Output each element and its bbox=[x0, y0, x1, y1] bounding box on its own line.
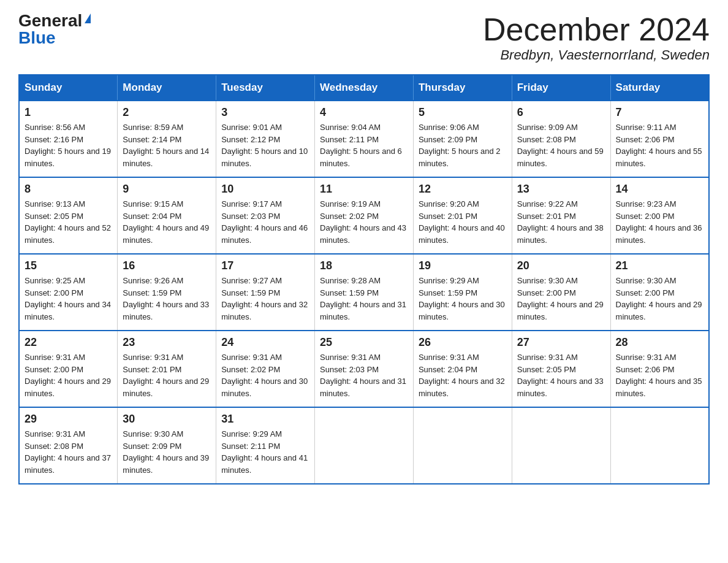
weekday-header-wednesday: Wednesday bbox=[315, 75, 414, 101]
weekday-header-monday: Monday bbox=[118, 75, 216, 101]
day-info: Sunrise: 8:56 AM Sunset: 2:16 PM Dayligh… bbox=[25, 121, 112, 169]
week-row-4: 22 Sunrise: 9:31 AM Sunset: 2:00 PM Dayl… bbox=[19, 331, 709, 407]
day-info: Sunrise: 9:13 AM Sunset: 2:05 PM Dayligh… bbox=[25, 198, 112, 246]
day-number: 26 bbox=[419, 336, 507, 349]
day-number: 29 bbox=[25, 413, 112, 426]
day-number: 10 bbox=[221, 183, 309, 196]
calendar-cell bbox=[512, 407, 610, 484]
day-number: 8 bbox=[25, 183, 112, 196]
day-info: Sunrise: 9:31 AM Sunset: 2:03 PM Dayligh… bbox=[320, 351, 408, 399]
day-info: Sunrise: 9:09 AM Sunset: 2:08 PM Dayligh… bbox=[517, 121, 605, 169]
day-number: 30 bbox=[123, 413, 211, 426]
week-row-3: 15 Sunrise: 9:25 AM Sunset: 2:00 PM Dayl… bbox=[19, 254, 709, 331]
day-number: 4 bbox=[320, 106, 408, 119]
logo: General Blue bbox=[18, 12, 91, 47]
day-info: Sunrise: 9:30 AM Sunset: 2:00 PM Dayligh… bbox=[517, 275, 605, 323]
logo-triangle-icon bbox=[85, 13, 91, 23]
calendar-cell: 25 Sunrise: 9:31 AM Sunset: 2:03 PM Dayl… bbox=[315, 331, 414, 407]
day-number: 13 bbox=[517, 183, 605, 196]
day-number: 24 bbox=[221, 336, 309, 349]
day-number: 17 bbox=[221, 259, 309, 272]
calendar-cell: 2 Sunrise: 8:59 AM Sunset: 2:14 PM Dayli… bbox=[118, 101, 216, 177]
calendar-cell: 24 Sunrise: 9:31 AM Sunset: 2:02 PM Dayl… bbox=[216, 331, 315, 407]
day-number: 9 bbox=[123, 183, 211, 196]
day-info: Sunrise: 9:31 AM Sunset: 2:02 PM Dayligh… bbox=[221, 351, 309, 399]
day-number: 11 bbox=[320, 183, 408, 196]
day-info: Sunrise: 9:15 AM Sunset: 2:04 PM Dayligh… bbox=[123, 198, 211, 246]
day-number: 22 bbox=[25, 336, 112, 349]
calendar-cell: 5 Sunrise: 9:06 AM Sunset: 2:09 PM Dayli… bbox=[413, 101, 512, 177]
day-number: 25 bbox=[320, 336, 408, 349]
day-number: 6 bbox=[517, 106, 605, 119]
calendar-cell: 7 Sunrise: 9:11 AM Sunset: 2:06 PM Dayli… bbox=[610, 101, 709, 177]
day-info: Sunrise: 9:22 AM Sunset: 2:01 PM Dayligh… bbox=[517, 198, 605, 246]
day-number: 3 bbox=[221, 106, 309, 119]
day-number: 28 bbox=[616, 336, 703, 349]
day-number: 21 bbox=[616, 259, 703, 272]
calendar-cell: 27 Sunrise: 9:31 AM Sunset: 2:05 PM Dayl… bbox=[512, 331, 610, 407]
weekday-header-tuesday: Tuesday bbox=[216, 75, 315, 101]
calendar-table: SundayMondayTuesdayWednesdayThursdayFrid… bbox=[18, 74, 710, 484]
calendar-cell: 8 Sunrise: 9:13 AM Sunset: 2:05 PM Dayli… bbox=[19, 177, 118, 254]
calendar-cell: 28 Sunrise: 9:31 AM Sunset: 2:06 PM Dayl… bbox=[610, 331, 709, 407]
day-number: 19 bbox=[419, 259, 507, 272]
day-info: Sunrise: 8:59 AM Sunset: 2:14 PM Dayligh… bbox=[123, 121, 211, 169]
day-info: Sunrise: 9:25 AM Sunset: 2:00 PM Dayligh… bbox=[25, 275, 112, 323]
day-info: Sunrise: 9:01 AM Sunset: 2:12 PM Dayligh… bbox=[221, 121, 309, 169]
weekday-header-friday: Friday bbox=[512, 75, 610, 101]
week-row-5: 29 Sunrise: 9:31 AM Sunset: 2:08 PM Dayl… bbox=[19, 407, 709, 484]
day-info: Sunrise: 9:31 AM Sunset: 2:08 PM Dayligh… bbox=[25, 428, 112, 476]
weekday-header-saturday: Saturday bbox=[610, 75, 709, 101]
day-info: Sunrise: 9:29 AM Sunset: 2:11 PM Dayligh… bbox=[221, 428, 309, 476]
weekday-header-row: SundayMondayTuesdayWednesdayThursdayFrid… bbox=[19, 75, 709, 101]
calendar-cell: 19 Sunrise: 9:29 AM Sunset: 1:59 PM Dayl… bbox=[413, 254, 512, 331]
calendar-cell: 18 Sunrise: 9:28 AM Sunset: 1:59 PM Dayl… bbox=[315, 254, 414, 331]
day-info: Sunrise: 9:19 AM Sunset: 2:02 PM Dayligh… bbox=[320, 198, 408, 246]
day-number: 1 bbox=[25, 106, 112, 119]
calendar-cell: 31 Sunrise: 9:29 AM Sunset: 2:11 PM Dayl… bbox=[216, 407, 315, 484]
day-info: Sunrise: 9:20 AM Sunset: 2:01 PM Dayligh… bbox=[419, 198, 507, 246]
day-number: 27 bbox=[517, 336, 605, 349]
page-header: General Blue December 2024 Bredbyn, Vaes… bbox=[18, 12, 710, 63]
day-number: 20 bbox=[517, 259, 605, 272]
location: Bredbyn, Vaesternorrland, Sweden bbox=[483, 47, 710, 63]
calendar-cell bbox=[610, 407, 709, 484]
day-number: 14 bbox=[616, 183, 703, 196]
day-number: 16 bbox=[123, 259, 211, 272]
day-info: Sunrise: 9:11 AM Sunset: 2:06 PM Dayligh… bbox=[616, 121, 703, 169]
logo-general-text: General bbox=[18, 12, 82, 29]
calendar-cell: 26 Sunrise: 9:31 AM Sunset: 2:04 PM Dayl… bbox=[413, 331, 512, 407]
calendar-cell: 23 Sunrise: 9:31 AM Sunset: 2:01 PM Dayl… bbox=[118, 331, 216, 407]
calendar-cell bbox=[315, 407, 414, 484]
calendar-cell: 21 Sunrise: 9:30 AM Sunset: 2:00 PM Dayl… bbox=[610, 254, 709, 331]
day-info: Sunrise: 9:23 AM Sunset: 2:00 PM Dayligh… bbox=[616, 198, 703, 246]
calendar-cell: 20 Sunrise: 9:30 AM Sunset: 2:00 PM Dayl… bbox=[512, 254, 610, 331]
logo-blue-text: Blue bbox=[18, 29, 56, 47]
day-info: Sunrise: 9:30 AM Sunset: 2:09 PM Dayligh… bbox=[123, 428, 211, 476]
calendar-cell: 3 Sunrise: 9:01 AM Sunset: 2:12 PM Dayli… bbox=[216, 101, 315, 177]
day-info: Sunrise: 9:27 AM Sunset: 1:59 PM Dayligh… bbox=[221, 275, 309, 323]
day-info: Sunrise: 9:31 AM Sunset: 2:05 PM Dayligh… bbox=[517, 351, 605, 399]
day-number: 7 bbox=[616, 106, 703, 119]
day-number: 23 bbox=[123, 336, 211, 349]
title-block: December 2024 Bredbyn, Vaesternorrland, … bbox=[483, 12, 710, 63]
day-number: 2 bbox=[123, 106, 211, 119]
calendar-cell: 22 Sunrise: 9:31 AM Sunset: 2:00 PM Dayl… bbox=[19, 331, 118, 407]
day-info: Sunrise: 9:28 AM Sunset: 1:59 PM Dayligh… bbox=[320, 275, 408, 323]
calendar-cell: 11 Sunrise: 9:19 AM Sunset: 2:02 PM Dayl… bbox=[315, 177, 414, 254]
day-info: Sunrise: 9:06 AM Sunset: 2:09 PM Dayligh… bbox=[419, 121, 507, 169]
day-number: 15 bbox=[25, 259, 112, 272]
calendar-cell: 10 Sunrise: 9:17 AM Sunset: 2:03 PM Dayl… bbox=[216, 177, 315, 254]
day-number: 18 bbox=[320, 259, 408, 272]
day-info: Sunrise: 9:30 AM Sunset: 2:00 PM Dayligh… bbox=[616, 275, 703, 323]
month-title: December 2024 bbox=[483, 12, 710, 47]
day-number: 5 bbox=[419, 106, 507, 119]
calendar-cell: 17 Sunrise: 9:27 AM Sunset: 1:59 PM Dayl… bbox=[216, 254, 315, 331]
day-number: 12 bbox=[419, 183, 507, 196]
calendar-cell: 29 Sunrise: 9:31 AM Sunset: 2:08 PM Dayl… bbox=[19, 407, 118, 484]
calendar-cell: 1 Sunrise: 8:56 AM Sunset: 2:16 PM Dayli… bbox=[19, 101, 118, 177]
week-row-1: 1 Sunrise: 8:56 AM Sunset: 2:16 PM Dayli… bbox=[19, 101, 709, 177]
day-info: Sunrise: 9:17 AM Sunset: 2:03 PM Dayligh… bbox=[221, 198, 309, 246]
weekday-header-thursday: Thursday bbox=[413, 75, 512, 101]
calendar-cell bbox=[413, 407, 512, 484]
